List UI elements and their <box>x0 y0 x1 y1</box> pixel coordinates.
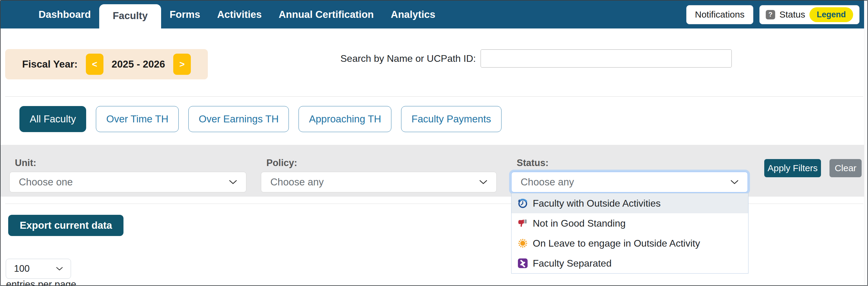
policy-select[interactable]: Choose any <box>261 172 497 192</box>
status-option-faculty-separated[interactable]: Faculty Separated <box>512 253 748 273</box>
nav-tab-forms[interactable]: Forms <box>161 1 209 29</box>
tab-over-earnings-th[interactable]: Over Earnings TH <box>188 106 289 132</box>
status-dropdown-menu: Faculty with Outside Activities Not in G… <box>511 193 748 274</box>
status-option-label: Not in Good Standing <box>533 218 626 229</box>
policy-label: Policy: <box>267 157 497 169</box>
fiscal-year-next-button[interactable]: > <box>173 53 191 75</box>
nav-tab-annual-certification[interactable]: Annual Certification <box>270 1 382 29</box>
unit-label: Unit: <box>15 157 246 169</box>
thumbs-down-icon <box>517 218 528 229</box>
page-size-select[interactable]: 100 <box>6 259 71 279</box>
faculty-view-tabs: All Faculty Over Time TH Over Earnings T… <box>20 106 501 132</box>
navbar-right-actions: Notifications ? Status Legend <box>686 1 867 29</box>
nav-tab-analytics[interactable]: Analytics <box>382 1 444 29</box>
clock-history-icon <box>517 198 528 209</box>
status-select-value: Choose any <box>521 176 574 188</box>
nav-tab-dashboard[interactable]: Dashboard <box>30 1 99 29</box>
clear-filters-button[interactable]: Clear <box>830 159 862 177</box>
nav-tabs: Dashboard Faculty Forms Activities Annua… <box>30 1 444 29</box>
status-label: Status <box>779 9 805 20</box>
vertical-scrollbar[interactable] <box>864 1 867 285</box>
chevron-down-icon <box>479 180 487 184</box>
chevron-down-icon <box>731 180 739 184</box>
separated-chevrons-icon <box>517 258 528 269</box>
search-input[interactable] <box>480 49 732 68</box>
section-divider-top <box>5 96 863 97</box>
tab-over-time-th[interactable]: Over Time TH <box>96 106 179 132</box>
question-mark-icon: ? <box>766 10 775 20</box>
fiscal-year-value: 2025 - 2026 <box>112 59 165 70</box>
tab-approaching-th[interactable]: Approaching TH <box>299 106 391 132</box>
page-size-value: 100 <box>14 263 30 274</box>
policy-select-value: Choose any <box>270 176 324 188</box>
fiscal-year-prev-button[interactable]: < <box>86 53 103 75</box>
legend-badge: Legend <box>809 7 853 22</box>
fiscal-year-label: Fiscal Year: <box>22 59 78 70</box>
search-section: Search by Name or UCPath ID: <box>340 49 732 68</box>
sun-icon <box>517 238 528 249</box>
nav-tab-activities[interactable]: Activities <box>209 1 270 29</box>
status-option-not-in-good-standing[interactable]: Not in Good Standing <box>512 213 748 233</box>
notifications-button[interactable]: Notifications <box>686 5 753 24</box>
filters-bar: Unit: Choose one Policy: Choose any Stat… <box>1 145 867 196</box>
status-select[interactable]: Choose any <box>511 172 748 192</box>
status-option-label: Faculty with Outside Activities <box>533 198 660 209</box>
entries-per-page-label: entries per page <box>6 279 76 286</box>
unit-select[interactable]: Choose one <box>9 172 246 192</box>
status-option-outside-activities[interactable]: Faculty with Outside Activities <box>512 193 748 213</box>
export-current-data-button[interactable]: Export current data <box>8 215 123 236</box>
status-option-label: On Leave to engage in Outside Activity <box>533 238 700 249</box>
tab-faculty-payments[interactable]: Faculty Payments <box>401 106 501 132</box>
tab-all-faculty[interactable]: All Faculty <box>20 106 86 132</box>
fiscal-year-selector: Fiscal Year: < 2025 - 2026 > <box>5 49 208 79</box>
status-legend-button[interactable]: ? Status Legend <box>760 5 860 24</box>
apply-filters-button[interactable]: Apply Filters <box>764 159 821 177</box>
status-option-on-leave[interactable]: On Leave to engage in Outside Activity <box>512 233 748 253</box>
chevron-down-icon <box>56 266 63 271</box>
unit-select-value: Choose one <box>19 176 73 188</box>
faculty-dashboard-page: Dashboard Faculty Forms Activities Annua… <box>0 0 868 286</box>
status-option-label: Faculty Separated <box>533 258 612 269</box>
status-filter-label: Status: <box>517 157 748 169</box>
unit-filter-group: Unit: Choose one <box>9 145 246 169</box>
status-filter-group: Status: Choose any <box>511 145 748 169</box>
chevron-down-icon <box>229 180 237 184</box>
policy-filter-group: Policy: Choose any <box>261 145 497 169</box>
nav-tab-faculty[interactable]: Faculty <box>99 4 161 31</box>
top-navbar: Dashboard Faculty Forms Activities Annua… <box>1 1 867 29</box>
search-label: Search by Name or UCPath ID: <box>340 53 476 64</box>
